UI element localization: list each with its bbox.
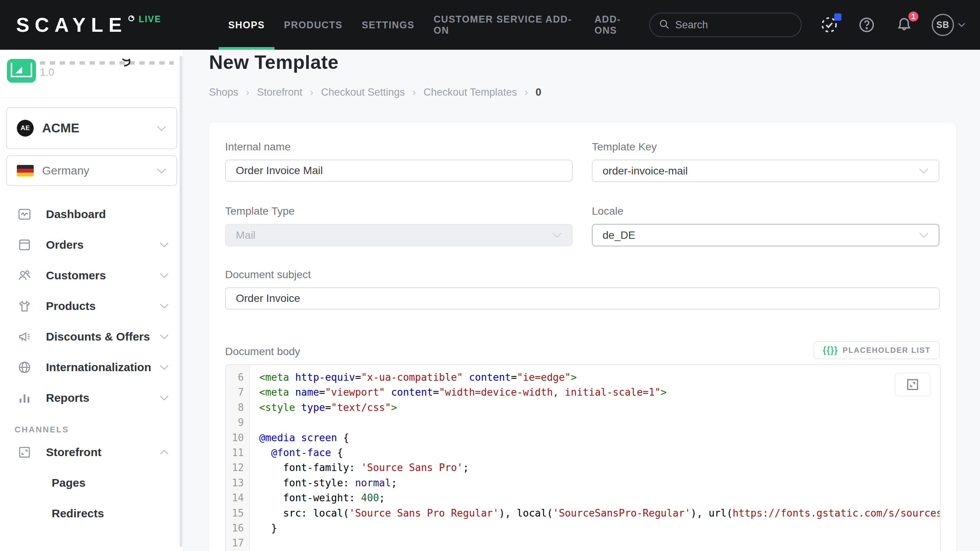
line-number: 8 (226, 400, 250, 415)
sidebar-item-storefront[interactable]: Storefront (0, 437, 183, 468)
sidebar-item-redirects[interactable]: Redirects (0, 498, 183, 529)
breadcrumb-checkout-templates[interactable]: Checkout Templates (423, 86, 517, 98)
breadcrumb-storefront[interactable]: Storefront (257, 86, 302, 98)
code-text: font-weight: 400; (250, 491, 940, 505)
breadcrumb-separator: › (524, 86, 528, 98)
template-key-label: Template Key (592, 141, 939, 153)
code-text: @font-face { (250, 445, 940, 460)
fullscreen-icon (906, 378, 920, 391)
code-editor[interactable]: 6<meta http-equiv="x-ua-compatible" cont… (225, 364, 941, 551)
code-text (250, 415, 940, 430)
chevron-down-icon (157, 126, 167, 131)
breadcrumb-separator: › (413, 86, 416, 98)
internal-name-input[interactable] (225, 160, 573, 182)
sidebar-item-products[interactable]: Products (0, 291, 183, 321)
shop-selector[interactable]: Germany (6, 155, 177, 186)
chevron-down-icon (157, 168, 167, 174)
breadcrumb-shops[interactable]: Shops (209, 86, 238, 98)
code-line[interactable]: 14 font-weight: 400; (226, 491, 940, 505)
app-entry-partially-scrolled[interactable]: 1.0 (0, 50, 183, 98)
sidebar-item-customers[interactable]: Customers (0, 260, 183, 291)
org-avatar: AE (17, 120, 34, 137)
code-line[interactable]: 7<meta name="viewport" content="width=de… (226, 385, 940, 400)
locale-select[interactable]: de_DE (592, 224, 939, 246)
nav-item-customer-service-add-on[interactable]: CUSTOMER SERVICE ADD-ON (424, 0, 585, 50)
code-text: font-family: 'Source Sans Pro'; (250, 460, 940, 475)
search-input[interactable]: Search (649, 13, 802, 37)
template-type-label: Template Type (225, 205, 573, 217)
search-icon (658, 18, 670, 31)
code-text: <style type="text/css"> (250, 400, 940, 415)
chevron-down-icon (160, 395, 169, 401)
code-line[interactable]: 12 font-family: 'Source Sans Pro'; (226, 460, 940, 475)
user-menu[interactable]: SB (932, 14, 965, 36)
megaphone-icon (17, 329, 32, 344)
code-line[interactable]: 9 (226, 415, 940, 430)
nav-item-shops[interactable]: SHOPS (219, 0, 274, 50)
scayle-logo[interactable]: SCAYLE LIVE (16, 13, 161, 36)
nav-item-add-ons[interactable]: ADD-ONS (585, 0, 649, 50)
channels-section-label: CHANNELS (15, 425, 183, 435)
chevron-down-icon (552, 232, 562, 238)
app-version: 1.0 (40, 67, 54, 78)
document-subject-label: Document subject (225, 269, 940, 281)
main-content: New Template Shops › Storefront › Checko… (184, 50, 980, 551)
sidebar-item-dashboard[interactable]: Dashboard (0, 199, 183, 230)
editor-code-area[interactable]: 6<meta http-equiv="x-ua-compatible" cont… (226, 365, 940, 551)
notification-count-badge: 1 (907, 10, 920, 23)
code-line[interactable]: 8<style type="text/css"> (226, 400, 940, 415)
chevron-down-icon (160, 334, 169, 339)
chevron-down-icon (160, 303, 169, 309)
search-placeholder: Search (675, 19, 708, 31)
bar-chart-icon (17, 391, 32, 405)
storefront-icon (17, 445, 32, 460)
sidebar-divider (0, 98, 183, 98)
code-line[interactable]: 15 src: local('Source Sans Pro Regular')… (226, 506, 940, 521)
notifications-button[interactable]: 1 (894, 15, 914, 35)
sidebar-item-internationalization[interactable]: Internationalization (0, 352, 183, 383)
sidebar-item-reports[interactable]: Reports (0, 383, 183, 413)
help-button[interactable] (857, 15, 877, 35)
code-text: src: local('Source Sans Pro Regular'), l… (250, 506, 940, 521)
sidebar-item-pages[interactable]: Pages (0, 468, 183, 498)
expand-editor-button[interactable] (895, 373, 931, 396)
sidebar-item-orders[interactable]: Orders (0, 230, 183, 260)
breadcrumb-separator: › (310, 86, 314, 98)
code-text: <meta http-equiv="x-ua-compatible" conte… (250, 370, 940, 385)
code-line[interactable]: 13 font-style: normal; (226, 476, 940, 491)
logo-wordmark: SCAYLE (16, 13, 127, 36)
template-type-select-disabled: Mail (225, 224, 573, 246)
dashboard-icon (17, 207, 32, 222)
code-text: @media screen { (250, 430, 940, 445)
breadcrumb-checkout-settings[interactable]: Checkout Settings (321, 86, 405, 98)
line-number: 10 (226, 430, 250, 445)
document-subject-input[interactable] (225, 287, 940, 310)
template-key-field: Template Key order-invoice-mail (592, 141, 939, 182)
code-line[interactable]: 16 } (226, 521, 940, 536)
globe-icon (17, 360, 32, 375)
chevron-down-icon (919, 168, 929, 174)
nav-item-settings[interactable]: SETTINGS (352, 0, 424, 50)
products-icon (17, 299, 32, 313)
code-line[interactable]: 17 (226, 536, 940, 551)
sidebar-item-discounts-offers[interactable]: Discounts & Offers (0, 321, 183, 352)
internal-name-label: Internal name (225, 141, 573, 153)
line-number: 12 (226, 460, 250, 475)
code-line[interactable]: 11 @font-face { (226, 445, 940, 460)
braces-icon: {{}} (823, 345, 838, 355)
main-nav: SHOPS PRODUCTS SETTINGS CUSTOMER SERVICE… (219, 0, 649, 50)
code-line[interactable]: 6<meta http-equiv="x-ua-compatible" cont… (226, 370, 940, 385)
app-name-glyph-fragment (122, 58, 132, 67)
nav-item-products[interactable]: PRODUCTS (274, 0, 352, 50)
sidebar: 1.0 AE ACME Germany Dashboard Orders (0, 50, 184, 551)
template-type-field: Template Type Mail (225, 205, 573, 246)
live-badge: LIVE (139, 14, 161, 24)
sidebar-scrollbar[interactable] (180, 56, 183, 547)
sidebar-menu: Dashboard Orders Customers Products (0, 199, 183, 413)
organization-selector[interactable]: AE ACME (6, 107, 177, 149)
tasks-status-button[interactable] (819, 15, 839, 35)
placeholder-list-button[interactable]: {{}} PLACEHOLDER LIST (813, 341, 940, 359)
customers-icon (17, 268, 32, 283)
code-line[interactable]: 10@media screen { (226, 430, 940, 445)
template-key-select[interactable]: order-invoice-mail (592, 160, 939, 182)
